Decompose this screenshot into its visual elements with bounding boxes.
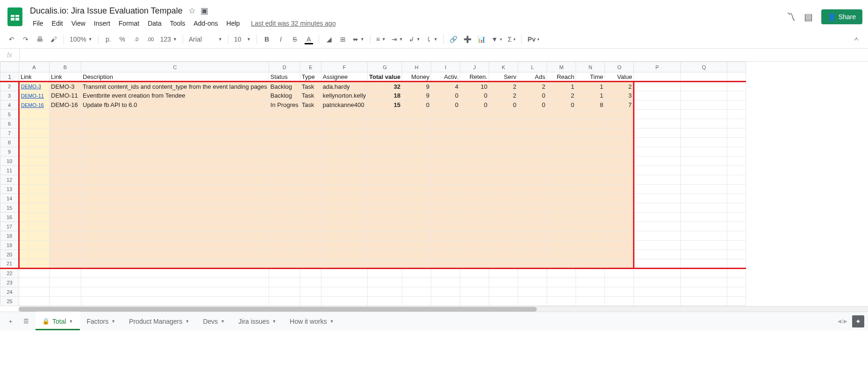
rotate-dropdown[interactable]: ⤹▼ (424, 35, 440, 44)
empty-cell[interactable] (321, 222, 368, 231)
empty-cell[interactable] (431, 166, 460, 175)
empty-cell[interactable] (19, 175, 50, 185)
bold-button[interactable]: B (261, 33, 273, 45)
empty-cell[interactable] (547, 287, 576, 297)
empty-cell[interactable] (19, 203, 50, 213)
empty-cell[interactable] (402, 259, 431, 269)
empty-cell[interactable] (81, 119, 269, 128)
empty-cell[interactable] (300, 128, 321, 138)
empty-cell[interactable] (368, 194, 402, 203)
empty-cell[interactable] (681, 166, 727, 175)
empty-cell[interactable] (681, 203, 727, 213)
empty-cell[interactable] (402, 213, 431, 222)
empty-cell[interactable] (50, 156, 81, 166)
row-header[interactable]: 13 (0, 185, 19, 194)
empty-cell[interactable] (19, 128, 50, 138)
data-cell[interactable]: 15 (368, 100, 402, 110)
empty-cell[interactable] (269, 175, 300, 185)
empty-cell[interactable] (605, 213, 634, 222)
row-header[interactable]: 1 (0, 72, 19, 82)
empty-cell[interactable] (460, 222, 489, 231)
header-cell[interactable]: Time (576, 72, 605, 82)
row-header[interactable]: 4 (0, 100, 19, 110)
tab-caret-icon[interactable]: ▼ (185, 319, 190, 324)
tab-nav-arrows[interactable]: ◀|▶ (838, 319, 847, 324)
empty-cell[interactable] (576, 287, 605, 297)
empty-cell[interactable] (321, 166, 368, 175)
empty-cell[interactable] (605, 175, 634, 185)
empty-cell[interactable] (19, 241, 50, 250)
document-title[interactable]: Ducalis.io: Jira Issue Evaluation Tempal… (29, 5, 184, 17)
header-cell[interactable]: Assignee (321, 72, 368, 82)
empty-cell[interactable] (402, 175, 431, 185)
empty-cell[interactable] (19, 147, 50, 156)
column-header[interactable]: Q (681, 62, 727, 72)
data-cell[interactable]: 0 (460, 100, 489, 110)
empty-cell[interactable] (681, 185, 727, 194)
data-cell[interactable]: 0 (489, 100, 518, 110)
halign-dropdown[interactable]: ≡▼ (374, 35, 388, 44)
empty-cell[interactable] (605, 138, 634, 147)
empty-cell[interactable] (489, 147, 518, 156)
empty-cell[interactable] (50, 138, 81, 147)
empty-cell[interactable] (368, 147, 402, 156)
empty-cell[interactable] (431, 222, 460, 231)
empty-cell[interactable] (605, 119, 634, 128)
empty-cell[interactable] (605, 287, 634, 297)
empty-cell[interactable] (431, 110, 460, 119)
empty-cell[interactable] (50, 128, 81, 138)
empty-cell[interactable] (402, 138, 431, 147)
empty-cell[interactable] (269, 156, 300, 166)
currency-button[interactable]: р. (102, 33, 114, 45)
empty-cell[interactable] (489, 203, 518, 213)
tab-caret-icon[interactable]: ▼ (272, 319, 276, 324)
empty-cell[interactable] (402, 222, 431, 231)
empty-cell[interactable] (402, 166, 431, 175)
column-header[interactable]: E (300, 62, 321, 72)
empty-cell[interactable] (402, 250, 431, 259)
tab-caret-icon[interactable]: ▼ (69, 319, 73, 324)
empty-cell[interactable] (402, 231, 431, 241)
empty-cell[interactable] (19, 110, 50, 119)
empty-cell[interactable] (269, 203, 300, 213)
empty-cell[interactable] (50, 222, 81, 231)
data-cell[interactable]: Backlog (269, 91, 300, 100)
empty-cell[interactable] (81, 213, 269, 222)
empty-cell[interactable] (81, 110, 269, 119)
empty-cell[interactable] (368, 213, 402, 222)
empty-cell[interactable] (681, 287, 727, 297)
empty-cell[interactable] (81, 175, 269, 185)
empty-cell[interactable] (547, 278, 576, 287)
menu-edit[interactable]: Edit (48, 18, 67, 29)
empty-cell[interactable] (81, 194, 269, 203)
empty-cell[interactable] (81, 250, 269, 259)
select-all-corner[interactable] (0, 62, 19, 72)
empty-cell[interactable] (518, 156, 547, 166)
empty-cell[interactable] (269, 259, 300, 269)
empty-cell[interactable] (460, 110, 489, 119)
empty-cell[interactable] (300, 156, 321, 166)
empty-cell[interactable] (605, 203, 634, 213)
data-cell[interactable]: Update fb API to 6.0 (81, 100, 269, 110)
empty-cell[interactable] (518, 250, 547, 259)
empty-cell[interactable] (634, 166, 681, 175)
data-cell[interactable]: 0 (518, 100, 547, 110)
empty-cell[interactable] (321, 147, 368, 156)
empty-cell[interactable] (489, 194, 518, 203)
empty-cell[interactable] (81, 259, 269, 269)
empty-cell[interactable] (681, 241, 727, 250)
empty-cell[interactable] (402, 185, 431, 194)
empty-cell[interactable] (634, 194, 681, 203)
empty-cell[interactable] (681, 213, 727, 222)
empty-cell[interactable] (402, 119, 431, 128)
empty-cell[interactable] (19, 222, 50, 231)
empty-cell[interactable] (81, 166, 269, 175)
empty-cell[interactable] (576, 231, 605, 241)
empty-cell[interactable] (518, 119, 547, 128)
empty-cell[interactable] (518, 110, 547, 119)
empty-cell[interactable] (300, 175, 321, 185)
number-format-dropdown[interactable]: 123▼ (158, 35, 179, 44)
empty-cell[interactable] (50, 166, 81, 175)
empty-cell[interactable] (460, 185, 489, 194)
star-icon[interactable]: ☆ (188, 6, 196, 16)
